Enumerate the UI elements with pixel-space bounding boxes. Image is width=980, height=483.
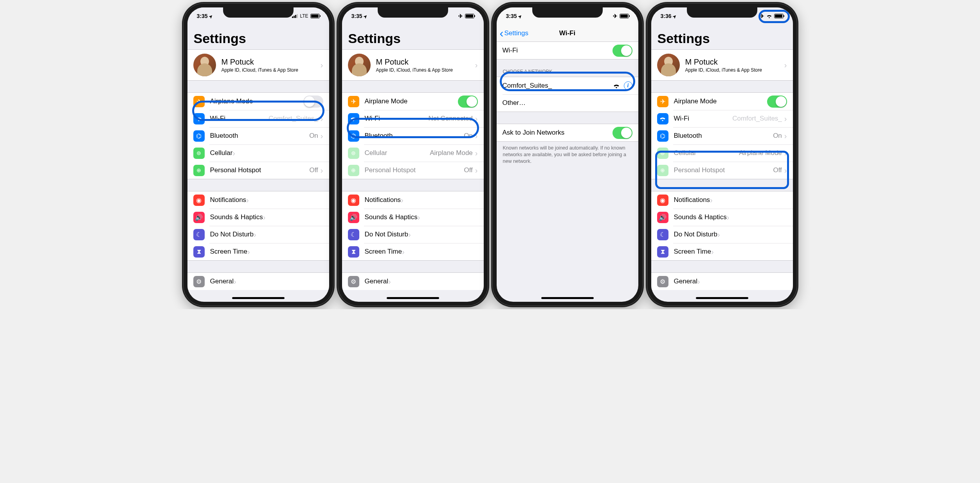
row-notifications[interactable]: ◉ Notifications	[342, 191, 484, 209]
ask-to-join-row[interactable]: Ask to Join Networks	[497, 124, 638, 141]
airplane-toggle[interactable]	[767, 96, 787, 108]
row-bluetooth[interactable]: ⌬ Bluetooth On	[342, 127, 484, 144]
ask-join-footer: Known networks will be joined automatica…	[497, 142, 638, 168]
chevron-icon	[727, 213, 730, 222]
row-dnd[interactable]: ☾ Do Not Disturb	[342, 226, 484, 243]
row-general[interactable]: ⚙ General	[187, 273, 329, 290]
home-indicator[interactable]	[232, 297, 285, 299]
airplane-status-icon	[458, 13, 463, 19]
network-row[interactable]: Comfort_Suites_ i	[497, 77, 638, 94]
row-general[interactable]: ⚙ General	[342, 273, 484, 290]
row-notifications[interactable]: ◉ Notifications	[651, 191, 793, 209]
chevron-icon	[418, 213, 420, 222]
chevron-icon	[232, 149, 235, 158]
bt-value: On	[309, 132, 318, 140]
general-icon: ⚙	[657, 276, 668, 287]
row-wifi[interactable]: Wi-Fi Comfort_Suites_	[187, 110, 329, 127]
row-notifications[interactable]: ◉ Notifications	[187, 191, 329, 209]
hotspot-icon: ⊕	[348, 165, 359, 176]
row-cellular[interactable]: ⊚ Cellular Airplane Mode	[651, 144, 793, 162]
wifi-status-icon	[766, 14, 772, 18]
dnd-icon: ☾	[193, 229, 205, 240]
chevron-icon	[475, 114, 478, 123]
ask-join-toggle[interactable]	[612, 127, 632, 139]
dnd-icon: ☾	[657, 229, 668, 240]
profile-row[interactable]: M Potuck Apple ID, iCloud, iTunes & App …	[187, 50, 329, 80]
avatar	[657, 54, 680, 76]
cellular-value: Airplane Mode	[739, 149, 782, 157]
row-dnd[interactable]: ☾ Do Not Disturb	[187, 226, 329, 243]
row-cellular[interactable]: ⊚ Cellular	[187, 144, 329, 162]
wifi-signal-icon	[613, 83, 620, 88]
row-screentime[interactable]: ⧗ Screen Time	[187, 243, 329, 260]
home-indicator[interactable]	[541, 297, 594, 299]
airplane-icon: ✈	[657, 96, 668, 107]
notch	[532, 7, 603, 18]
row-hotspot[interactable]: ⊕ Personal Hotspot Off	[342, 162, 484, 179]
row-hotspot[interactable]: ⊕ Personal Hotspot Off	[651, 162, 793, 179]
time-label: 3:36	[661, 13, 676, 19]
cellular-value: Airplane Mode	[430, 149, 473, 157]
wifi-icon	[348, 113, 359, 124]
notifications-icon: ◉	[348, 195, 359, 206]
battery-icon	[310, 14, 320, 18]
profile-row[interactable]: M Potuck Apple ID, iCloud, iTunes & App …	[342, 50, 484, 80]
choose-network-header: CHOOSE A NETWORK…	[497, 59, 638, 77]
back-button[interactable]: Settings	[497, 29, 528, 37]
row-airplane[interactable]: ✈ Airplane Mode	[187, 93, 329, 110]
row-general[interactable]: ⚙ General	[651, 273, 793, 290]
chevron-icon	[247, 247, 250, 256]
row-screentime[interactable]: ⧗ Screen Time	[342, 243, 484, 260]
row-wifi[interactable]: Wi-Fi Not Connected	[342, 110, 484, 127]
wifi-value: Comfort_Suites_	[732, 115, 782, 123]
row-wifi[interactable]: Wi-Fi Comfort_Suites_	[651, 110, 793, 127]
general-icon: ⚙	[348, 276, 359, 287]
chevron-icon	[408, 230, 411, 239]
chevron-icon	[475, 166, 478, 175]
notifications-icon: ◉	[657, 195, 668, 206]
row-screentime[interactable]: ⧗ Screen Time	[651, 243, 793, 260]
chevron-icon	[402, 247, 405, 256]
sounds-icon: 🔊	[657, 212, 668, 223]
chevron-icon	[475, 61, 478, 70]
screentime-icon: ⧗	[193, 246, 205, 258]
row-sounds[interactable]: 🔊 Sounds & Haptics	[342, 209, 484, 226]
other-network-row[interactable]: Other…	[497, 94, 638, 112]
row-bluetooth[interactable]: ⌬ Bluetooth On	[651, 127, 793, 144]
row-dnd[interactable]: ☾ Do Not Disturb	[651, 226, 793, 243]
nav-bar: Settings Wi-Fi	[497, 25, 638, 42]
chevron-icon	[784, 149, 787, 158]
airplane-toggle[interactable]	[303, 96, 323, 108]
row-sounds[interactable]: 🔊 Sounds & Haptics	[651, 209, 793, 226]
carrier-label: LTE	[300, 13, 308, 19]
time-label: 3:35	[506, 13, 522, 19]
home-indicator[interactable]	[387, 297, 439, 299]
chevron-icon	[321, 166, 323, 175]
row-sounds[interactable]: 🔊 Sounds & Haptics	[187, 209, 329, 226]
signal-icon	[292, 14, 298, 18]
chevron-icon	[710, 196, 713, 205]
home-indicator[interactable]	[696, 297, 748, 299]
chevron-icon	[254, 230, 256, 239]
profile-row[interactable]: M Potuck Apple ID, iCloud, iTunes & App …	[651, 50, 793, 80]
airplane-toggle[interactable]	[458, 96, 478, 108]
profile-name: M Potuck	[376, 58, 475, 67]
wifi-toggle-row[interactable]: Wi-Fi	[497, 42, 638, 59]
avatar	[348, 54, 371, 76]
chevron-icon	[475, 149, 478, 158]
phone-3: 3:35 Settings Wi-Fi Wi-Fi CHOOSE A NETWO…	[491, 2, 644, 307]
info-icon[interactable]: i	[624, 81, 632, 90]
row-airplane[interactable]: ✈ Airplane Mode	[342, 93, 484, 110]
battery-icon	[620, 14, 629, 18]
wifi-toggle[interactable]	[612, 45, 632, 57]
row-hotspot[interactable]: ⊕ Personal Hotspot Off	[187, 162, 329, 179]
row-cellular[interactable]: ⊚ Cellular Airplane Mode	[342, 144, 484, 162]
page-title: Settings	[342, 25, 484, 49]
notifications-icon: ◉	[193, 195, 205, 206]
nav-title: Wi-Fi	[559, 29, 575, 37]
row-bluetooth[interactable]: ⌬ Bluetooth On	[187, 127, 329, 144]
row-airplane[interactable]: ✈ Airplane Mode	[651, 93, 793, 110]
cellular-icon: ⊚	[193, 148, 205, 159]
chevron-icon	[717, 230, 720, 239]
wifi-value: Not Connected	[428, 115, 472, 123]
